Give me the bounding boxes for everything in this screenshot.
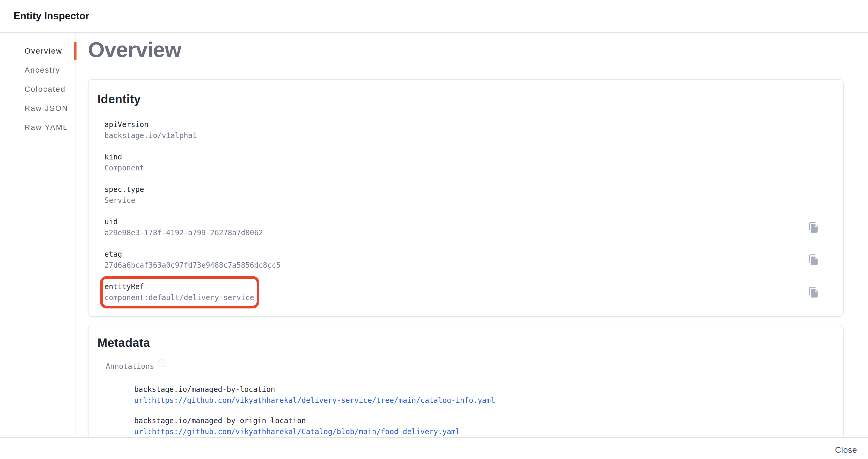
annotation-link[interactable]: url:https://github.com/vikyathharekal/de…	[134, 395, 495, 406]
field-value: Service	[104, 195, 144, 206]
sidebar-item-colocated[interactable]: Colocated	[0, 80, 75, 99]
annotation-entry: backstage.io/managed-by-origin-location …	[134, 415, 820, 437]
identity-field-row-uid: uid a29e98e3-178f-4192-a799-26278a7d0062	[100, 211, 820, 243]
dialog-body: Overview Ancestry Colocated Raw JSON Raw…	[0, 33, 868, 437]
field-value: a29e98e3-178f-4192-a799-26278a7d0062	[104, 227, 263, 238]
field-label: etag	[104, 249, 280, 260]
dialog-title: Entity Inspector	[13, 10, 89, 22]
help-icon[interactable]: ?	[158, 360, 165, 367]
identity-field-row-apiVersion: apiVersion backstage.io/v1alpha1	[100, 114, 820, 146]
annotation-link[interactable]: url:https://github.com/vikyathharekal/Ca…	[134, 426, 460, 437]
identity-field: entityRef component:default/delivery-ser…	[100, 276, 259, 309]
identity-field: kind Component	[100, 146, 149, 179]
sidebar-item-label: Overview	[25, 47, 62, 55]
main-content: Overview Identity apiVersion backstage.i…	[75, 33, 868, 437]
dialog-footer: Close	[0, 437, 868, 459]
sidebar-item-label: Raw JSON	[25, 104, 68, 113]
identity-field: spec.type Service	[100, 179, 149, 211]
field-label: entityRef	[104, 281, 254, 292]
sidebar-item-ancestry[interactable]: Ancestry	[0, 61, 75, 80]
annotations-label-text: Annotations	[106, 361, 154, 372]
copy-icon[interactable]	[807, 254, 820, 266]
identity-field: uid a29e98e3-178f-4192-a799-26278a7d0062	[100, 211, 268, 243]
identity-card-title: Identity	[97, 92, 820, 106]
field-label: kind	[104, 152, 144, 163]
annotations-list: backstage.io/managed-by-location url:htt…	[134, 384, 820, 437]
copy-icon[interactable]	[807, 286, 820, 298]
close-button[interactable]: Close	[835, 443, 858, 456]
dialog-header: Entity Inspector	[0, 0, 868, 33]
identity-field: etag 27d6a6bcaf363a0c97fd73e9488c7a5856d…	[100, 243, 286, 276]
identity-card: Identity apiVersion backstage.io/v1alpha…	[88, 79, 844, 317]
annotation-key: backstage.io/managed-by-origin-location	[134, 415, 820, 426]
sidebar-item-overview[interactable]: Overview	[0, 41, 75, 61]
field-label: spec.type	[104, 184, 144, 195]
identity-fields: apiVersion backstage.io/v1alpha1 kind Co…	[100, 114, 820, 309]
page-title: Overview	[88, 37, 844, 62]
sidebar-item-label: Raw YAML	[25, 123, 68, 132]
metadata-card: Metadata Annotations ? backstage.io/mana…	[88, 325, 844, 437]
field-value: backstage.io/v1alpha1	[104, 130, 197, 141]
identity-field-row-kind: kind Component	[100, 146, 820, 179]
sidebar-item-label: Ancestry	[25, 66, 60, 75]
copy-icon[interactable]	[807, 221, 820, 234]
field-label: uid	[104, 217, 263, 227]
identity-field-row-entityRef: entityRef component:default/delivery-ser…	[100, 276, 820, 309]
metadata-card-title: Metadata	[97, 336, 820, 350]
sidebar-item-raw-json[interactable]: Raw JSON	[0, 99, 75, 118]
identity-field-row-etag: etag 27d6a6bcaf363a0c97fd73e9488c7a5856d…	[100, 243, 820, 276]
sidebar-item-label: Colocated	[25, 85, 66, 93]
inspector-sidebar: Overview Ancestry Colocated Raw JSON Raw…	[0, 33, 75, 437]
annotation-key: backstage.io/managed-by-location	[134, 384, 820, 395]
field-value: Component	[104, 163, 144, 174]
annotation-entry: backstage.io/managed-by-location url:htt…	[134, 384, 820, 406]
field-label: apiVersion	[104, 119, 197, 130]
annotations-section-label: Annotations ?	[106, 361, 820, 372]
identity-field: apiVersion backstage.io/v1alpha1	[100, 114, 202, 146]
identity-field-row-spec-type: spec.type Service	[100, 179, 820, 211]
field-value: 27d6a6bcaf363a0c97fd73e9488c7a5856dc8cc5	[104, 260, 280, 271]
sidebar-item-raw-yaml[interactable]: Raw YAML	[0, 118, 75, 137]
field-value: component:default/delivery-service	[104, 292, 254, 303]
